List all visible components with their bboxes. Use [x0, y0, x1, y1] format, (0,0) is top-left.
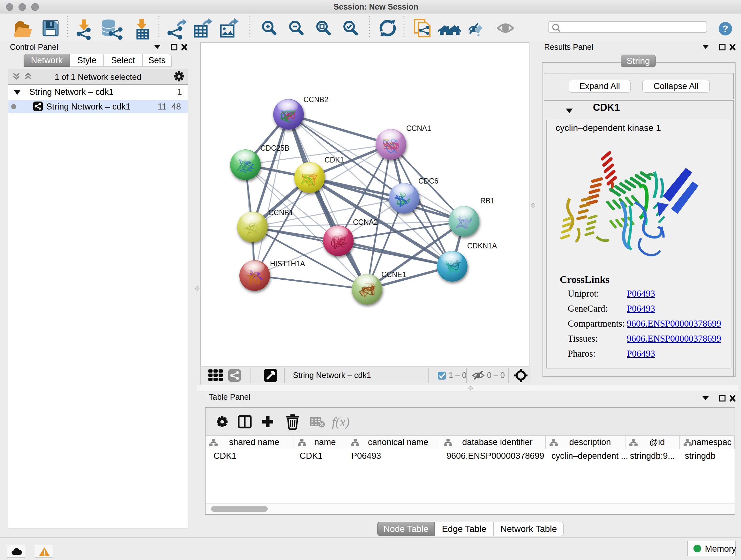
svg-text:CCNA2: CCNA2	[353, 218, 378, 226]
svg-text:0 – 0: 0 – 0	[487, 371, 505, 380]
svg-text:CCNB2: CCNB2	[304, 96, 328, 104]
svg-text:CCNA1: CCNA1	[406, 124, 431, 132]
svg-text:RB1: RB1	[480, 197, 495, 205]
svg-text:CDC25B: CDC25B	[260, 144, 289, 152]
svg-text:f(x): f(x)	[332, 415, 350, 429]
svg-text:CDK1: CDK1	[325, 156, 344, 164]
svg-text:CDC6: CDC6	[418, 177, 439, 185]
svg-text:?: ?	[723, 23, 728, 34]
svg-text:String Network – cdk1: String Network – cdk1	[293, 371, 371, 380]
svg-text:1 – 0: 1 – 0	[449, 371, 467, 380]
svg-text:CCNE1: CCNE1	[381, 270, 406, 279]
svg-text:CDKN1A: CDKN1A	[467, 242, 497, 250]
svg-text:CCNB1: CCNB1	[268, 208, 293, 217]
svg-text:HIST1H1A: HIST1H1A	[270, 260, 306, 268]
